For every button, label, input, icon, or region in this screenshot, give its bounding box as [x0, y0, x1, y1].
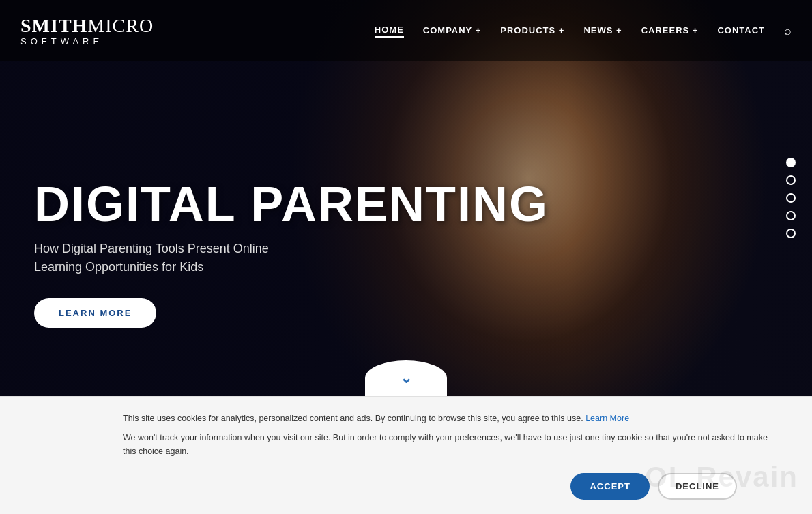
slide-dot-2[interactable]: [786, 175, 796, 185]
nav-news[interactable]: NEWS +: [583, 25, 622, 37]
slide-dots: [786, 158, 796, 238]
nav-home[interactable]: HOME: [375, 25, 404, 38]
search-icon[interactable]: ⌕: [784, 24, 792, 38]
hero-subtitle: How Digital Parenting Tools Present Onli…: [34, 240, 430, 276]
nav-company[interactable]: COMPANY +: [423, 25, 481, 37]
cookie-text-primary: This site uses cookies for analytics, pe…: [123, 412, 778, 425]
site-header: SMITHMICRO SOFTWARE HOME COMPANY + PRODU…: [0, 0, 812, 61]
hero-content: DIGITAL PARENTING How Digital Parenting …: [34, 180, 549, 328]
hero-title: DIGITAL PARENTING: [34, 180, 549, 229]
slide-dot-3[interactable]: [786, 193, 796, 203]
slide-dot-5[interactable]: [786, 229, 796, 238]
accept-button[interactable]: ACCEPT: [570, 473, 649, 500]
site-logo[interactable]: SMITHMICRO SOFTWARE: [20, 16, 154, 46]
cookie-learn-more-link[interactable]: Learn More: [585, 414, 629, 423]
logo-smith: SMITH: [20, 15, 87, 36]
logo-name: SMITHMICRO: [20, 16, 154, 35]
slide-dot-1[interactable]: [786, 158, 796, 167]
logo-software: SOFTWARE: [20, 37, 154, 46]
slide-dot-4[interactable]: [786, 211, 796, 220]
revain-watermark: OL Revain: [645, 461, 798, 494]
logo-micro: MICRO: [87, 15, 154, 36]
learn-more-button[interactable]: LEARN MORE: [34, 298, 156, 328]
cookie-text-secondary: We won't track your information when you…: [123, 431, 778, 458]
nav-contact[interactable]: CONTACT: [717, 25, 765, 37]
cookie-consent-bar: This site uses cookies for analytics, pe…: [0, 396, 812, 514]
hero-subtitle-line2: Learning Opportunities for Kids: [34, 260, 203, 274]
nav-products[interactable]: PRODUCTS +: [500, 25, 564, 37]
chevron-container: ⌄: [365, 360, 447, 396]
cookie-text-1: This site uses cookies for analytics, pe…: [123, 414, 583, 423]
hero-subtitle-line1: How Digital Parenting Tools Present Onli…: [34, 242, 269, 255]
chevron-down-icon: ⌄: [400, 369, 412, 387]
scroll-chevron[interactable]: ⌄: [365, 360, 447, 396]
nav-careers[interactable]: CAREERS +: [641, 25, 699, 37]
main-nav: HOME COMPANY + PRODUCTS + NEWS + CAREERS…: [375, 24, 792, 38]
